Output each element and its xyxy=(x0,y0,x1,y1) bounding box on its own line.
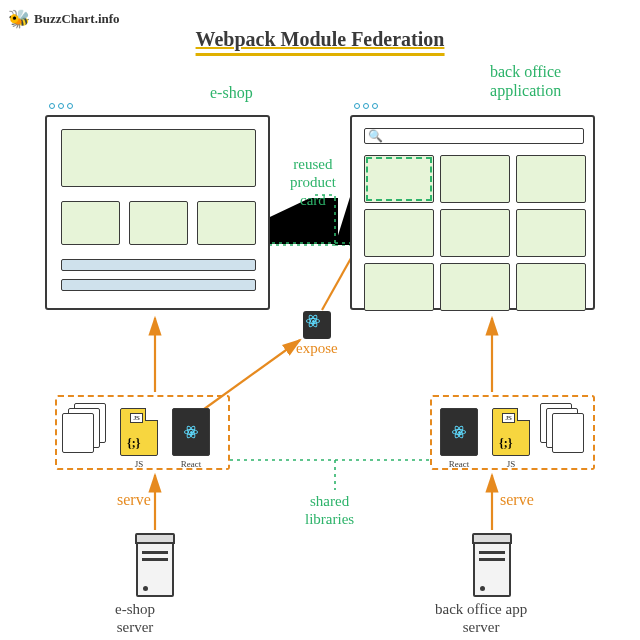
grid-cell xyxy=(440,209,510,257)
label-serve-2: serve xyxy=(500,490,534,509)
expose-block xyxy=(303,311,331,339)
label-backoffice: back office application xyxy=(490,62,561,100)
product-card xyxy=(129,201,188,245)
js-file-icon: JS {;} JS xyxy=(120,408,158,456)
grid-cell xyxy=(364,263,434,311)
file-stack-icon xyxy=(62,403,108,458)
logo-text: BuzzChart.info xyxy=(34,11,120,27)
eshop-server-icon xyxy=(136,533,174,597)
label-expose: expose xyxy=(296,340,338,357)
window-dots-icon xyxy=(49,103,73,109)
grid-cell xyxy=(440,263,510,311)
react-file-icon: React xyxy=(440,408,478,456)
backoffice-grid xyxy=(364,155,586,311)
js-file-icon: JS {;} JS xyxy=(492,408,530,456)
bee-icon: 🐝 xyxy=(8,8,30,30)
search-bar: 🔍 xyxy=(364,128,584,144)
grid-cell xyxy=(364,209,434,257)
eshop-bar xyxy=(61,259,256,271)
grid-cell xyxy=(440,155,510,203)
label-serve-1: serve xyxy=(117,490,151,509)
backoffice-window: 🔍 xyxy=(350,115,595,310)
file-stack-icon xyxy=(540,403,586,458)
backoffice-server-icon xyxy=(473,533,511,597)
label-shared: shared libraries xyxy=(305,492,354,528)
eshop-window xyxy=(45,115,270,310)
product-card xyxy=(61,201,120,245)
grid-cell xyxy=(516,155,586,203)
label-reused: reused product card xyxy=(290,155,336,209)
eshop-hero xyxy=(61,129,256,187)
grid-cell xyxy=(516,263,586,311)
eshop-cards xyxy=(61,201,256,245)
product-card xyxy=(197,201,256,245)
grid-cell-highlighted xyxy=(364,155,434,203)
page-title: Webpack Module Federation xyxy=(196,28,445,56)
label-eshop-server: e-shop server xyxy=(115,600,155,636)
eshop-bar xyxy=(61,279,256,291)
search-icon: 🔍 xyxy=(368,129,383,144)
react-file-icon: React xyxy=(172,408,210,456)
label-back-server: back office app server xyxy=(435,600,527,636)
window-dots-icon xyxy=(354,103,378,109)
logo: 🐝 BuzzChart.info xyxy=(8,8,120,30)
label-eshop: e-shop xyxy=(210,83,253,102)
grid-cell xyxy=(516,209,586,257)
